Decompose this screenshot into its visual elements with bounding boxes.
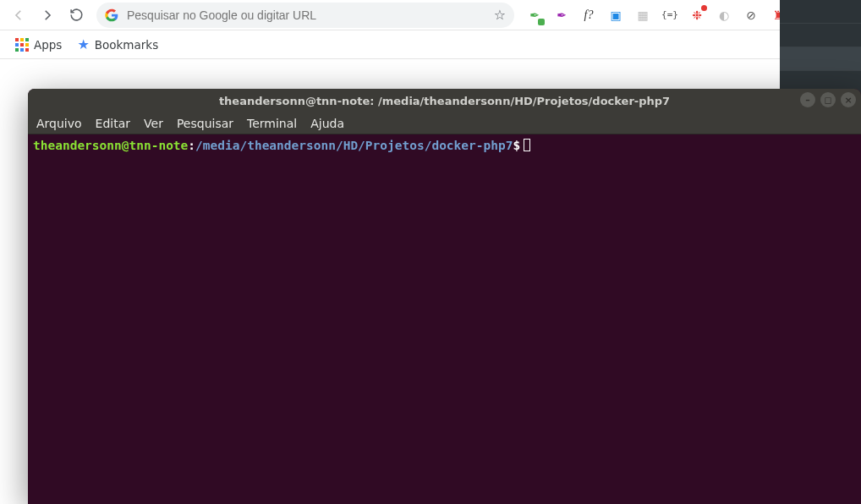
terminal-cursor (524, 139, 530, 151)
window-controls: – ◻ × (800, 92, 856, 107)
close-button[interactable]: × (841, 92, 856, 107)
ext-json-icon[interactable]: {=} (661, 7, 678, 24)
back-button[interactable] (7, 3, 30, 27)
apps-grid-icon (15, 38, 29, 52)
ext-c-icon[interactable]: ▣ (607, 7, 624, 24)
ext-f-icon[interactable]: ◐ (716, 7, 732, 24)
ext-b-icon[interactable]: ✒ (553, 7, 570, 24)
ext-a-icon[interactable]: ✒ (526, 7, 543, 24)
prompt-colon: : (188, 139, 195, 152)
menu-ajuda[interactable]: Ajuda (310, 117, 344, 130)
bookmarks-shortcut[interactable]: ★ Bookmarks (77, 36, 158, 52)
terminal-menubar: Arquivo Editar Ver Pesquisar Terminal Aj… (28, 112, 861, 134)
prompt-user-host: theandersonn@tnn-note (33, 139, 188, 152)
omnibox-input[interactable] (127, 8, 485, 22)
apps-shortcut[interactable]: Apps (15, 38, 62, 52)
ext-d-icon[interactable]: ▦ (634, 7, 651, 24)
menu-pesquisar[interactable]: Pesquisar (177, 117, 233, 130)
bookmark-star-icon[interactable]: ☆ (494, 7, 506, 23)
forward-button[interactable] (36, 3, 59, 27)
browser-toolbar: ☆ ✒ ✒ f? ▣ ▦ {=} ❉ ◐ ⊘ ♜ 🤓 (0, 0, 861, 30)
bookmarks-label: Bookmarks (95, 38, 158, 52)
star-icon: ★ (77, 36, 89, 52)
ext-whatfont-icon[interactable]: f? (580, 7, 597, 24)
reload-button[interactable] (64, 3, 88, 27)
menu-terminal[interactable]: Terminal (247, 117, 297, 130)
maximize-button[interactable]: ◻ (820, 92, 836, 107)
menu-arquivo[interactable]: Arquivo (36, 117, 82, 130)
ext-g-icon[interactable]: ⊘ (743, 7, 760, 24)
apps-label: Apps (34, 38, 62, 52)
google-g-icon (105, 8, 118, 22)
extensions-row: ✒ ✒ f? ▣ ▦ {=} ❉ ◐ ⊘ ♜ (526, 7, 787, 24)
menu-ver[interactable]: Ver (144, 117, 163, 130)
terminal-title-text: theandersonn@tnn-note: /media/theanderso… (219, 95, 670, 107)
prompt-symbol: $ (513, 139, 520, 152)
prompt-path: /media/theandersonn/HD/Projetos/docker-p… (195, 139, 513, 152)
terminal-titlebar[interactable]: theandersonn@tnn-note: /media/theanderso… (28, 89, 861, 112)
ext-e-icon[interactable]: ❉ (688, 7, 705, 24)
bookmarks-bar: Apps ★ Bookmarks (0, 30, 861, 59)
omnibox[interactable]: ☆ (96, 3, 514, 28)
minimize-button[interactable]: – (800, 92, 815, 107)
menu-editar[interactable]: Editar (96, 117, 130, 130)
terminal-window: theandersonn@tnn-note: /media/theanderso… (28, 89, 861, 504)
terminal-body[interactable]: theandersonn@tnn-note:/media/theanderson… (28, 134, 861, 504)
